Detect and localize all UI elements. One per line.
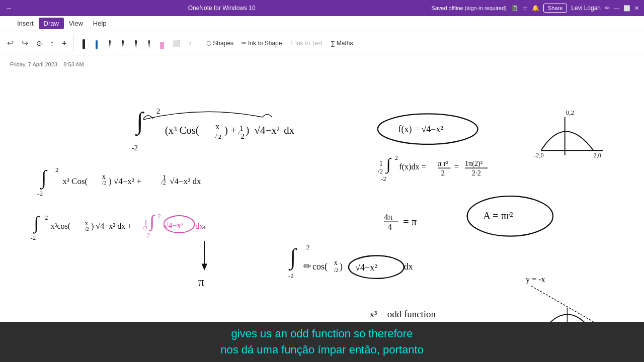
toolbar: ↩ ↪ ⊙ ↕ + ⬜ + ⬡ Shapes ✏ Ink to Shape T … [0, 31, 644, 55]
plus-button[interactable]: + [59, 37, 69, 50]
plus-btn2[interactable]: + [185, 38, 195, 49]
pen-highlighter[interactable] [156, 35, 168, 51]
close-button[interactable]: ✕ [634, 5, 639, 12]
svg-text:₄: ₄ [203, 222, 206, 230]
ink-to-text-label: Ink to Text [295, 40, 323, 47]
menubar: Insert Draw View Help [0, 16, 644, 31]
pen-blue[interactable] [91, 35, 102, 51]
maths-button[interactable]: ∑ Maths [328, 38, 356, 49]
redo-button[interactable]: ↪ [19, 37, 31, 49]
titlebar: → OneNote for Windows 10 Saved offline (… [0, 0, 644, 16]
shapes-icon: ⬡ [206, 40, 211, 47]
svg-text:-2,0: -2,0 [534, 152, 543, 159]
svg-text:-2: -2 [37, 190, 43, 197]
svg-text:√4−x²: √4−x² [164, 221, 184, 230]
svg-text:2: 2 [156, 107, 160, 115]
undo-button[interactable]: ↩ [4, 37, 17, 49]
svg-text:-2: -2 [31, 234, 36, 241]
canvas-area[interactable]: Friday, 7 April 2023 8:53 AM ∫ 2 -2 (x³ … [0, 55, 644, 322]
svg-text:x: x [85, 220, 88, 227]
svg-text:4π: 4π [384, 212, 393, 222]
svg-text:2: 2 [306, 243, 310, 251]
maximize-button[interactable]: ⬜ [623, 5, 630, 12]
sep2 [199, 35, 199, 51]
minimize-button[interactable]: — [614, 5, 619, 11]
menu-home[interactable] [2, 22, 12, 26]
svg-text:2: 2 [441, 169, 445, 177]
bell-icon: 🔔 [532, 5, 539, 12]
user-area: Saved offline (sign-in required) 📓 ☆ 🔔 S… [431, 4, 639, 13]
add-space-button[interactable]: ↕ [47, 37, 57, 49]
svg-text:/2: /2 [85, 226, 89, 232]
ink-to-shape-label: Ink to Shape [248, 40, 282, 47]
svg-text:∫: ∫ [385, 155, 392, 174]
pen-dark2[interactable] [104, 35, 115, 51]
menu-help[interactable]: Help [88, 18, 112, 29]
svg-text:1π(2)²: 1π(2)² [465, 159, 482, 168]
svg-text:/2: /2 [102, 179, 107, 186]
svg-text:/2: /2 [142, 224, 147, 232]
svg-text:√4−x²: √4−x² [355, 262, 377, 273]
svg-text:√4−x² dx: √4−x² dx [170, 176, 201, 186]
nav-arrows[interactable]: → [5, 4, 12, 12]
svg-text:x: x [215, 122, 220, 131]
pen-icon: ✏ [605, 5, 610, 12]
menu-view[interactable]: View [64, 18, 88, 29]
pen-dark5[interactable] [143, 35, 154, 51]
svg-text:=: = [454, 162, 459, 171]
pen-dark4[interactable] [130, 35, 141, 51]
menu-insert[interactable]: Insert [12, 18, 39, 29]
svg-text:dx: dx [195, 222, 203, 230]
maths-label: Maths [337, 40, 353, 47]
subtitle-bar: gives us an odd function so therefore no… [0, 322, 644, 362]
svg-text:x³cos(: x³cos( [51, 222, 71, 231]
app-title: OneNote for Windows 10 [12, 5, 431, 12]
menu-draw[interactable]: Draw [39, 18, 64, 29]
svg-text:4: 4 [388, 222, 392, 232]
math-content: ∫ 2 -2 (x³ Cos( x / 2 ) + 1 / 2 ) √4−x² … [0, 55, 644, 322]
share-button[interactable]: Share [543, 4, 567, 13]
svg-text:-2: -2 [381, 175, 386, 183]
svg-text:) √4−x² +: ) √4−x² + [109, 176, 141, 186]
svg-text:-2: -2 [131, 144, 138, 152]
svg-text:✏: ✏ [303, 261, 311, 272]
svg-text:dx: dx [404, 261, 413, 272]
shapes-button[interactable]: ⬡ Shapes [203, 38, 236, 49]
svg-text:f(x) = √4−x²: f(x) = √4−x² [398, 124, 443, 135]
pen-dark3[interactable] [117, 35, 128, 51]
svg-text:2: 2 [218, 133, 222, 140]
svg-text:y = -x: y = -x [526, 275, 545, 284]
svg-text:∫: ∫ [33, 213, 40, 234]
shapes-label: Shapes [213, 40, 233, 47]
svg-text:x³ = odd function: x³ = odd function [370, 309, 436, 319]
svg-text:2: 2 [45, 214, 48, 221]
svg-text:-2: -2 [288, 272, 294, 280]
eraser-button[interactable]: ⬜ [170, 38, 183, 49]
ink-to-text-button[interactable]: T Ink to Text [287, 38, 326, 49]
svg-text:∫: ∫ [148, 212, 155, 232]
svg-text:1: 1 [379, 159, 383, 167]
subtitle-line-1: gives us an odd function so therefore [231, 327, 413, 340]
ink-shape-icon: ✏ [242, 40, 247, 47]
ink-to-shape-button[interactable]: ✏ Ink to Shape [238, 38, 285, 49]
svg-text:∫: ∫ [288, 244, 297, 271]
svg-text:-2: -2 [145, 232, 150, 239]
svg-text:√4−x²: √4−x² [255, 124, 280, 136]
ink-text-icon: T [290, 40, 293, 47]
svg-text:/2: /2 [334, 267, 339, 273]
svg-text:/2: /2 [161, 179, 166, 186]
svg-text:/: / [237, 129, 239, 137]
svg-text:∫: ∫ [135, 107, 145, 136]
svg-text:x: x [390, 320, 394, 322]
lasso-button[interactable]: ⊙ [33, 37, 45, 49]
svg-text:A = πr²: A = πr² [483, 210, 513, 222]
svg-text:cos(: cos( [312, 261, 328, 272]
subtitle-line-2: nos dá uma função ímpar então, portanto [220, 343, 424, 356]
sep1 [73, 35, 74, 51]
svg-text:x: x [334, 258, 338, 266]
svg-text:1: 1 [239, 124, 244, 132]
save-status: Saved offline (sign-in required) [431, 5, 507, 11]
svg-text:2,0: 2,0 [593, 152, 601, 159]
pen-black-active[interactable] [78, 35, 89, 51]
svg-text:2: 2 [157, 213, 160, 220]
